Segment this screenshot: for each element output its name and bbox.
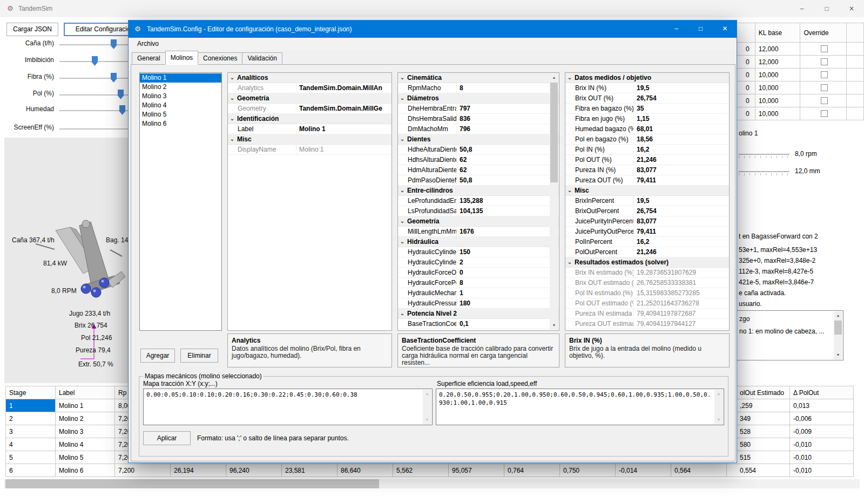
property-value[interactable]: 50,8: [457, 145, 559, 154]
table-cell[interactable]: Molino 3: [56, 425, 115, 438]
mill-listbox[interactable]: Molino 1Molino 2Molino 3Molino 4Molino 5…: [139, 72, 222, 331]
property-row[interactable]: BrixOutPercent26,754: [565, 206, 729, 216]
table-cell[interactable]: 2: [6, 412, 56, 425]
property-row[interactable]: PolInPercent16,2: [565, 237, 729, 247]
table-cell[interactable]: Molino 4: [56, 438, 115, 451]
table-cell[interactable]: 0,564: [671, 464, 727, 477]
property-value[interactable]: 796: [457, 124, 559, 134]
menu-item-archivo[interactable]: Archivo: [133, 39, 163, 48]
slider-track[interactable]: [59, 78, 132, 79]
property-value[interactable]: 35: [634, 104, 729, 113]
property-row[interactable]: HdmAlturaDienteMa62: [398, 165, 559, 175]
efficiency-surface-textbox[interactable]: 0.20,0.50,0.955;0.20,1.00,0.950;0.60,0.5…: [436, 389, 724, 425]
property-value[interactable]: 135,288: [457, 196, 559, 206]
mill-list-item[interactable]: Molino 1: [140, 73, 221, 83]
table-cell[interactable]: 4: [6, 438, 56, 451]
slider-thumb[interactable]: [92, 56, 98, 66]
table-cell[interactable]: -0,006: [790, 412, 854, 425]
property-row[interactable]: Pureza IN estimada (%79,40941197872687: [565, 309, 729, 319]
property-row[interactable]: Pureza IN (%)83,077: [565, 165, 729, 175]
property-row[interactable]: HdhsAlturaDienteHe62: [398, 155, 559, 165]
property-category[interactable]: ⌄Dientes: [398, 134, 559, 145]
property-value[interactable]: 79,411: [634, 175, 729, 185]
property-category[interactable]: ⌄Geometría: [398, 216, 559, 227]
property-row[interactable]: JuicePurityOutPercent79,411: [565, 227, 729, 237]
property-row[interactable]: Brix IN estimado (%)19,28736531807629: [565, 268, 729, 278]
finding-item[interactable]: no 1: en molino de cabeza, ...: [739, 328, 824, 335]
horizontal-scrollbar[interactable]: [4, 479, 860, 488]
kl-base-cell[interactable]: 12,000: [755, 43, 800, 56]
textbox-scrollbar[interactable]: ▲ ▼: [714, 390, 723, 424]
property-value[interactable]: 83,077: [634, 165, 729, 175]
property-row[interactable]: JuicePurityInPercent83,077: [565, 216, 729, 227]
chevron-down-icon[interactable]: ⌄: [228, 134, 237, 144]
load-json-button[interactable]: Cargar JSON: [6, 23, 58, 36]
table-cell[interactable]: 26,194: [171, 464, 226, 477]
column-header[interactable]: Δ PolOut: [790, 386, 854, 399]
property-value[interactable]: 1: [457, 288, 559, 298]
property-category[interactable]: ⌄Misc: [228, 134, 392, 145]
chevron-down-icon[interactable]: ⌄: [228, 93, 237, 103]
table-cell[interactable]: -0,009: [790, 425, 854, 438]
scroll-up-icon[interactable]: ▲: [423, 390, 431, 398]
table-cell[interactable]: -0,010: [790, 438, 854, 451]
property-value[interactable]: TandemSim.Domain.MillGe: [296, 104, 392, 113]
chevron-down-icon[interactable]: ⌄: [565, 73, 574, 83]
property-grid-analytics[interactable]: ⌄Datos medidos / objetivoBrix IN (%)19,5…: [565, 72, 730, 331]
kl-base-cell[interactable]: 12,000: [755, 56, 800, 69]
property-row[interactable]: HydraulicCylinderAre150: [398, 247, 559, 257]
property-value[interactable]: 836: [457, 114, 559, 124]
property-row[interactable]: HydraulicForcePerKN8: [398, 278, 559, 288]
slider-track[interactable]: [59, 44, 132, 45]
mill-list-item[interactable]: Molino 3: [140, 92, 221, 101]
property-category[interactable]: ⌄Hidráulica: [398, 237, 559, 247]
scroll-thumb[interactable]: [5, 479, 379, 488]
property-value[interactable]: Molino 1: [296, 124, 392, 134]
override-cell[interactable]: [800, 69, 847, 81]
property-category[interactable]: ⌄Geometría: [228, 93, 392, 104]
findings-scrollbar[interactable]: ▲ ▼: [834, 311, 842, 359]
table-cell[interactable]: 0,013: [790, 399, 854, 412]
table-cell[interactable]: -0,010: [790, 451, 854, 464]
property-row[interactable]: LsProfundidadSalida104,135: [398, 206, 559, 216]
scroll-thumb[interactable]: [834, 321, 842, 335]
property-row[interactable]: HydraulicMechanical1: [398, 288, 559, 298]
property-value[interactable]: 2: [457, 257, 559, 267]
property-row[interactable]: HydraulicPressureBar180: [398, 298, 559, 309]
property-value[interactable]: 8: [457, 278, 559, 288]
override-cell[interactable]: [800, 81, 847, 94]
override-checkbox[interactable]: [821, 58, 828, 65]
property-row[interactable]: Pol OUT (%)21,246: [565, 155, 729, 165]
traction-map-textbox[interactable]: 0.00:0.05;0.10:0.10;0.20:0.16;0.30:0.22;…: [143, 389, 433, 425]
property-category[interactable]: ⌄Entre-cilindros: [398, 186, 559, 196]
property-row[interactable]: Brix IN (%)19,5: [565, 83, 729, 93]
property-row[interactable]: Pol OUT estimado (%)21,252011643736278: [565, 298, 729, 309]
property-value[interactable]: 62: [457, 165, 559, 175]
override-checkbox[interactable]: [821, 97, 828, 104]
property-value[interactable]: 68,01: [634, 124, 729, 134]
override-checkbox[interactable]: [821, 110, 828, 117]
kl-base-cell[interactable]: 10,000: [755, 94, 800, 107]
kl-base-cell[interactable]: 10,000: [755, 81, 800, 94]
property-row[interactable]: HdheAlturaDienteHe50,8: [398, 145, 559, 155]
table-cell[interactable]: 95,057: [449, 464, 504, 477]
table-cell[interactable]: Molino 6: [56, 464, 115, 477]
property-value[interactable]: 21,246: [634, 155, 729, 165]
scroll-up-icon[interactable]: ▲: [714, 390, 723, 398]
override-cell[interactable]: [800, 94, 847, 107]
property-value[interactable]: 19,5: [634, 196, 729, 206]
table-cell[interactable]: 7,200: [115, 464, 171, 477]
override-cell[interactable]: [800, 107, 847, 120]
chevron-down-icon[interactable]: ⌄: [228, 73, 237, 83]
property-row[interactable]: Humedad bagazo (%)68,01: [565, 124, 729, 134]
table-cell[interactable]: 1: [6, 399, 56, 412]
override-checkbox[interactable]: [821, 45, 828, 52]
maximize-icon[interactable]: □: [814, 0, 839, 17]
property-row[interactable]: DisplayNameMolino 1: [228, 145, 392, 155]
chevron-down-icon[interactable]: ⌄: [398, 93, 407, 103]
mill-list-item[interactable]: Molino 2: [140, 83, 221, 92]
mill-list-item[interactable]: Molino 5: [140, 110, 221, 119]
table-cell[interactable]: 0,750: [560, 464, 616, 477]
chevron-down-icon[interactable]: ⌄: [228, 114, 237, 124]
table-cell[interactable]: 96,240: [226, 464, 282, 477]
